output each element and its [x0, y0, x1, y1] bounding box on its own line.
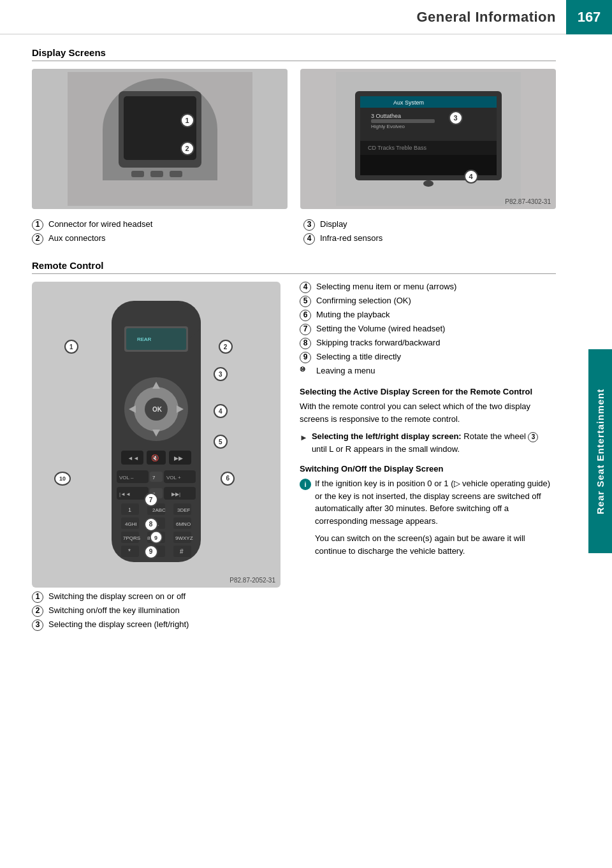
remote-desc-text-r7: Setting the Volume (wired headset) — [316, 324, 556, 333]
remote-desc-r9: 9 Selecting a title directly — [300, 352, 556, 363]
remote-desc-text-r5: Confirming selection (OK) — [316, 296, 556, 305]
desc-row-2: 2 Aux connectors — [32, 233, 284, 245]
svg-text:3 Outtathea: 3 Outtathea — [371, 113, 401, 119]
display-screen-image-left: 1 2 — [32, 69, 288, 209]
main-content: Display Screens 1 2 — [0, 34, 588, 646]
svg-text:3DEF: 3DEF — [177, 507, 191, 513]
desc-text-3: Display — [320, 219, 556, 229]
bullet-content: Selecting the left/right display screen:… — [312, 430, 556, 455]
image-label-right: P82.87-4302-31 — [505, 198, 551, 205]
svg-text:2ABC: 2ABC — [152, 507, 166, 513]
desc-text-4: Infra-red sensors — [320, 233, 556, 243]
svg-rect-44 — [150, 472, 163, 482]
svg-text:CD     Tracks   Treble    Bass: CD Tracks Treble Bass — [368, 145, 427, 151]
remote-desc-r8: 8 Skipping tracks forward/backward — [300, 338, 556, 349]
callout-3-right: 3 — [449, 111, 463, 125]
svg-text:7PQRS: 7PQRS — [123, 535, 140, 541]
remote-desc-r10: ⑩ Leaving a menu — [300, 366, 556, 375]
desc-num-4: 4 — [303, 233, 320, 245]
page-title: General Information — [416, 9, 566, 25]
desc-num-3: 3 — [303, 219, 320, 231]
remote-callout-10: 10 — [54, 472, 71, 486]
remote-callout-8: 8 — [144, 517, 158, 532]
remote-callout-7: 7 — [144, 493, 158, 507]
display-screen-image-right: Aux System 3 Outtathea Highly Evolveo CD… — [300, 69, 556, 209]
remote-callout-4: 4 — [214, 404, 228, 418]
bullet-text-prefix: Rotate the wheel — [463, 431, 526, 441]
display-screen-desc: 1 Connector for wired headset 2 Aux conn… — [32, 219, 556, 247]
svg-text:*: * — [128, 548, 131, 555]
desc-col-left: 1 Connector for wired headset 2 Aux conn… — [32, 219, 284, 247]
switching-screen-heading: Switching On/Off the Display Screen — [300, 464, 556, 474]
remote-desc-below: 1 Switching the display screen on or off… — [32, 591, 280, 631]
remote-callout-6: 6 — [221, 472, 235, 486]
svg-text:🔇: 🔇 — [151, 454, 159, 462]
bullet-label: Selecting the left/right display screen: — [312, 431, 462, 441]
svg-text:VOL –: VOL – — [119, 475, 134, 481]
remote-desc-text-r9: Selecting a title directly — [316, 352, 556, 361]
svg-text:OK: OK — [152, 406, 163, 413]
callout-4-right: 4 — [464, 170, 478, 184]
sidebar: Rear Seat Entertainment — [588, 34, 612, 868]
sidebar-label: Rear Seat Entertainment — [588, 349, 612, 553]
remote-desc-3: 3 Selecting the display screen (left/rig… — [32, 619, 280, 631]
left-display-svg — [68, 72, 252, 206]
svg-text:Aux         System: Aux System — [393, 99, 424, 106]
remote-desc-text-3: Selecting the display screen (left/right… — [48, 619, 280, 629]
svg-text:Highly Evolveo: Highly Evolveo — [371, 124, 405, 129]
bullet-ref-circle: 3 — [528, 432, 538, 442]
remote-desc-text-1: Switching the display screen on or off — [48, 591, 280, 601]
remote-desc-text-2: Switching on/off the key illumination — [48, 605, 280, 615]
selecting-screen-heading: Selecting the Active Display Screen for … — [300, 387, 556, 396]
remote-desc-r6: 6 Muting the playback — [300, 310, 556, 321]
remote-left-col: REAR OK ◄◄ — [32, 282, 280, 633]
svg-text:|◄◄: |◄◄ — [119, 491, 131, 497]
remote-callout-3: 3 — [214, 367, 228, 381]
remote-callout-5: 5 — [214, 435, 228, 449]
svg-text:4GHI: 4GHI — [125, 521, 137, 527]
remote-desc-text-r10: Leaving a menu — [316, 366, 556, 375]
callout-1-left: 1 — [180, 113, 194, 127]
info-text-1: If the ignition key is in position 0 or … — [315, 479, 550, 526]
remote-svg: REAR OK ◄◄ — [86, 294, 226, 575]
page-header: General Information 167 — [0, 0, 612, 34]
info-icon: i — [300, 479, 311, 490]
remote-callout-1: 1 — [64, 340, 78, 354]
right-display-svg: Aux System 3 Outtathea Highly Evolveo CD… — [336, 72, 521, 206]
remote-right-col: 4 Selecting menu item or menu (arrows) 5… — [300, 282, 556, 633]
remote-desc-text-r8: Skipping tracks forward/backward — [316, 338, 556, 347]
svg-text:▶▶|: ▶▶| — [171, 491, 180, 497]
remote-desc-r5: 5 Confirming selection (OK) — [300, 296, 556, 307]
remote-section-layout: REAR OK ◄◄ — [32, 282, 556, 633]
svg-rect-6 — [150, 171, 163, 177]
desc-num-1: 1 — [32, 219, 48, 231]
svg-rect-15 — [371, 119, 435, 123]
bullet-triangle-icon: ► — [300, 431, 308, 444]
svg-rect-5 — [131, 171, 144, 177]
svg-text:9WXYZ: 9WXYZ — [175, 535, 193, 541]
desc-row-1: 1 Connector for wired headset — [32, 219, 284, 231]
svg-text:▶▶: ▶▶ — [174, 455, 183, 461]
remote-image-label: P82.87-2052-31 — [229, 577, 275, 584]
info-block: i If the ignition key is in position 0 o… — [300, 477, 556, 527]
selecting-screen-body: With the remote control you can select w… — [300, 400, 556, 425]
page-number: 167 — [566, 0, 612, 34]
display-screens-images: 1 2 Aux System 3 Outtathea Highly Evolve… — [32, 69, 556, 209]
remote-desc-r4: 4 Selecting menu item or menu (arrows) — [300, 282, 556, 293]
info-text-2: You can switch on the screen(s) again bu… — [300, 532, 556, 557]
info-text: If the ignition key is in position 0 or … — [315, 477, 556, 527]
bullet-text-suffix: until L or R appears in the small window… — [312, 444, 460, 454]
svg-rect-11 — [360, 96, 497, 108]
header-title-area: General Information — [0, 0, 566, 34]
remote-callout-9: 9 — [144, 545, 158, 559]
svg-text:1: 1 — [128, 507, 131, 513]
desc-row-4: 4 Infra-red sensors — [303, 233, 556, 245]
remote-right-desc: 4 Selecting menu item or menu (arrows) 5… — [300, 282, 556, 375]
svg-text:7: 7 — [152, 475, 156, 481]
svg-rect-7 — [170, 171, 182, 177]
remote-desc-text-r4: Selecting menu item or menu (arrows) — [316, 282, 556, 291]
selecting-screen-bullet: ► Selecting the left/right display scree… — [300, 430, 556, 455]
svg-rect-24 — [126, 328, 186, 350]
remote-callout-2: 2 — [219, 340, 233, 354]
svg-text:VOL +: VOL + — [166, 475, 181, 481]
